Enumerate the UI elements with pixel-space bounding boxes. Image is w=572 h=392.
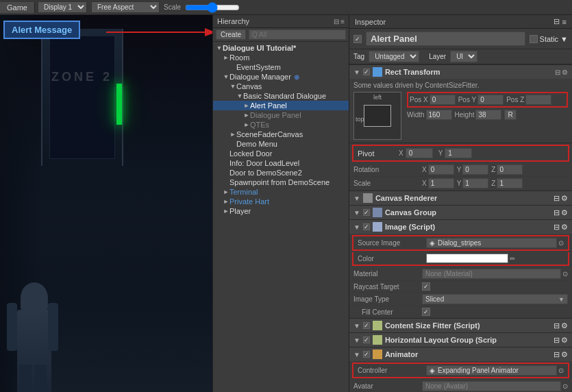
scale-x-field: X (422, 178, 454, 188)
rt-expand-icon: ▼ (353, 69, 360, 76)
static-checkbox[interactable] (530, 35, 538, 43)
material-value[interactable]: None (Material) (422, 269, 561, 279)
image-type-dropdown[interactable]: Sliced ▼ (422, 294, 568, 304)
rt-reset-button[interactable]: R (504, 110, 516, 120)
rot-z-input[interactable] (497, 164, 523, 175)
tree-item-canvas[interactable]: ▼ Canvas (213, 82, 349, 91)
height-input[interactable] (475, 110, 501, 120)
img-enable-checkbox[interactable] (363, 223, 370, 230)
anim-enable-checkbox[interactable] (363, 351, 370, 358)
rt-enable-checkbox[interactable] (363, 69, 370, 75)
tree-item-dialogue-manager[interactable]: ▼ Dialogue Manager ⊕ (213, 72, 349, 82)
scale-y-input[interactable] (462, 178, 488, 188)
tree-item-private-hart[interactable]: ► Private Hart (213, 197, 349, 206)
img-btn-1[interactable]: ⊟ (554, 223, 560, 232)
hlg-buttons: ⊟ ⚙ (554, 336, 568, 345)
cg-enable-checkbox[interactable] (363, 209, 370, 216)
pivot-y-input[interactable] (445, 148, 472, 158)
tree-item-terminal[interactable]: ► Terminal (213, 187, 349, 197)
animator-icon (373, 350, 382, 359)
source-image-pick-btn[interactable]: ⊙ (558, 239, 564, 247)
cr-btn-2[interactable]: ⚙ (561, 194, 568, 203)
csf-enable-checkbox[interactable] (363, 322, 370, 329)
pos-x-input[interactable] (430, 95, 456, 105)
raycast-checkbox[interactable] (422, 282, 430, 291)
tree-item-info-door[interactable]: Info: Door LoadLevel (213, 158, 349, 168)
rt-btn-2[interactable]: ⚙ (562, 69, 568, 76)
tree-item-basic-standard[interactable]: ▼ Basic Standard Dialogue (213, 91, 349, 101)
qtes-arrow: ► (243, 121, 250, 128)
csf-btn-1[interactable]: ⊟ (554, 321, 560, 330)
cr-btn-1[interactable]: ⊟ (554, 194, 560, 203)
rot-x-input[interactable] (428, 164, 454, 175)
hlg-btn-2[interactable]: ⚙ (561, 336, 568, 345)
width-input[interactable] (426, 110, 452, 120)
tree-item-dialogue-panel[interactable]: ► Dialogue Panel (213, 110, 349, 120)
tree-item-alert-panel[interactable]: ► Alert Panel (213, 101, 349, 110)
display-selector[interactable]: Display 1 (38, 1, 87, 13)
rt-btn-1[interactable]: ⊟ (555, 69, 560, 76)
csf-btn-2[interactable]: ⚙ (561, 321, 568, 330)
tree-item-player[interactable]: ► Player (213, 206, 349, 216)
controller-value[interactable]: ◈ Expanding Panel Animator (426, 365, 557, 376)
rot-y-input[interactable] (462, 164, 488, 175)
tree-item-door-demo[interactable]: Door to DemoScene2 (213, 168, 349, 177)
active-checkbox[interactable] (353, 35, 362, 43)
pos-x-group: Pos X (410, 95, 456, 105)
animator-header: ▼ Animator ⊟ ⚙ (349, 347, 572, 361)
source-image-icon: ◈ (430, 239, 435, 247)
rt-anchor-box[interactable]: left top (353, 92, 401, 140)
rt-fields: Pos X Pos Y Pos Z (407, 92, 568, 122)
tree-item-qtes[interactable]: ► QTEs (213, 120, 349, 130)
scale-z-input[interactable] (497, 178, 523, 188)
rotation-row: Rotation X Y Z (349, 163, 572, 177)
tag-select[interactable]: Untagged (369, 51, 419, 62)
avatar-value[interactable]: None (Avatar) (422, 381, 561, 391)
hlg-enable-checkbox[interactable] (363, 336, 370, 343)
cr-buttons: ⊟ ⚙ (554, 194, 568, 203)
alert-arrow (106, 22, 212, 42)
fill-center-label: Fill Center (353, 308, 422, 316)
tree-item-scenefader[interactable]: ► SceneFaderCanvas (213, 130, 349, 139)
material-pick-btn[interactable]: ⊙ (562, 270, 568, 278)
scale-z-field: Z (491, 178, 523, 188)
fill-center-checkbox[interactable] (422, 308, 430, 316)
pos-y-input[interactable] (477, 95, 503, 105)
color-pick-btn[interactable]: ✏ (510, 255, 515, 262)
tag-layer-row: Tag Untagged Layer UI (349, 49, 572, 64)
anim-btn-1[interactable]: ⊟ (554, 350, 560, 359)
create-button[interactable]: Create (216, 29, 246, 40)
image-type-row: Image Type Sliced ▼ (349, 293, 572, 306)
game-view: ZONE 2 Alert Message (0, 15, 212, 392)
object-name-field[interactable] (366, 32, 525, 46)
color-swatch[interactable] (426, 254, 508, 263)
scale-input[interactable] (185, 1, 240, 14)
rot-x-field: X (422, 164, 454, 175)
img-btn-2[interactable]: ⚙ (561, 223, 568, 232)
cg-btn-2[interactable]: ⚙ (561, 208, 568, 217)
tree-item-spawnpoint[interactable]: Spawnpoint from DemoScene (213, 177, 349, 187)
tree-item-locked-door[interactable]: Locked Door (213, 149, 349, 158)
pos-z-input[interactable] (525, 95, 551, 105)
static-dropdown-arrow[interactable]: ▼ (560, 35, 568, 43)
anim-btn-2[interactable]: ⚙ (561, 350, 568, 359)
game-tab[interactable]: Game (0, 2, 35, 13)
pivot-x-input[interactable] (406, 148, 433, 158)
source-image-value[interactable]: ◈ Dialog_stripes (426, 238, 557, 248)
tag-label: Tag (353, 53, 364, 60)
csf-expand-icon: ▼ (353, 322, 360, 330)
cg-btn-1[interactable]: ⊟ (554, 208, 560, 217)
avatar-pick-btn[interactable]: ⊙ (562, 382, 568, 390)
scale-x-input[interactable] (428, 178, 454, 188)
search-input[interactable] (249, 29, 346, 40)
controller-pick-btn[interactable]: ⊙ (558, 367, 564, 374)
hierarchy-tree: ▼ Dialogue UI Tutorial* ► Room EventSyst… (213, 42, 349, 392)
tree-item-room[interactable]: ► Room (213, 53, 349, 62)
layer-select[interactable]: UI (450, 51, 477, 62)
hlg-btn-1[interactable]: ⊟ (554, 336, 560, 345)
scene-root-item[interactable]: ▼ Dialogue UI Tutorial* (213, 43, 349, 53)
tree-item-eventsystem[interactable]: EventSystem (213, 62, 349, 72)
pos-z-label: Pos Z (506, 96, 524, 103)
aspect-selector[interactable]: Free Aspect (91, 1, 160, 13)
tree-item-demo-menu[interactable]: Demo Menu (213, 139, 349, 149)
